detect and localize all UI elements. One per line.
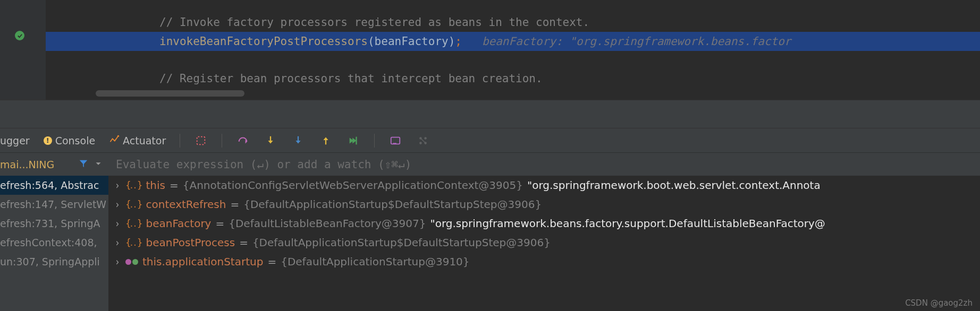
code-token: (: [368, 35, 375, 48]
filter-icon[interactable]: [79, 159, 88, 170]
equals-sign: =: [230, 198, 239, 211]
stack-frame[interactable]: efresh:731, SpringA: [0, 214, 108, 233]
stack-frame[interactable]: efresh:564, Abstrac: [0, 176, 108, 195]
variable-name: this.applicationStartup: [142, 255, 263, 268]
variable-tostring: "org.springframework.beans.factory.suppo…: [430, 217, 825, 230]
editor: // Invoke factory processors registered …: [0, 0, 980, 100]
svg-rect-1: [197, 136, 205, 144]
variable-row[interactable]: ›.. this = {AnnotationConfigServletWebSe…: [108, 176, 980, 195]
tab-debugger[interactable]: ugger: [0, 135, 30, 146]
stack-frame[interactable]: un:307, SpringAppli: [0, 252, 108, 271]
dropdown-icon[interactable]: [94, 159, 103, 170]
chevron-right-icon[interactable]: ›: [114, 198, 120, 211]
debug-toolbar: ugger ! Console Actuator: [0, 128, 980, 152]
variable-name: beanFactory: [146, 217, 211, 230]
panel-divider[interactable]: [0, 100, 980, 128]
tab-actuator[interactable]: Actuator: [109, 134, 166, 147]
stack-frame[interactable]: efreshContext:408,: [0, 233, 108, 252]
trace-current-stream-button[interactable]: [416, 134, 430, 148]
object-icon: ..: [125, 199, 141, 210]
variable-tostring: "org.springframework.boot.web.servlet.co…: [527, 179, 821, 192]
variable-name: beanPostProcess: [146, 236, 235, 249]
run-to-cursor-button[interactable]: [347, 134, 360, 148]
equals-sign: =: [215, 217, 224, 230]
code-token: ): [449, 35, 455, 48]
editor-gutter: [0, 0, 46, 100]
chevron-right-icon[interactable]: ›: [114, 236, 120, 249]
variables-panel[interactable]: ›.. this = {AnnotationConfigServletWebSe…: [108, 176, 980, 311]
actuator-icon: [109, 134, 120, 147]
step-over-button[interactable]: [236, 134, 250, 148]
code-line: // Invoke factory processors registered …: [46, 13, 980, 32]
current-execution-line: invokeBeanFactoryPostProcessors(beanFact…: [46, 32, 980, 51]
chevron-right-icon[interactable]: ›: [114, 179, 120, 192]
inline-hint: beanFactory: "org.springframework.beans.…: [482, 35, 791, 48]
frames-panel[interactable]: efresh:564, Abstracefresh:147, ServletWe…: [0, 176, 108, 311]
variable-row[interactable]: ›.. beanPostProcess = {DefaultApplicatio…: [108, 233, 980, 252]
object-icon: ..: [125, 237, 141, 248]
horizontal-scrollbar[interactable]: [96, 90, 244, 97]
thread-label: mai...NING: [0, 159, 54, 170]
object-icon: ..: [125, 218, 141, 229]
divider: [222, 134, 222, 148]
breakpoint-check-icon[interactable]: [15, 31, 24, 40]
svg-point-10: [419, 142, 422, 144]
watch-icon: [125, 259, 138, 265]
svg-point-0: [117, 135, 119, 136]
variable-type: {DefaultApplicationStartup$DefaultStartu…: [252, 236, 551, 249]
step-into-button[interactable]: [264, 134, 277, 148]
watermark: CSDN @gaog2zh: [905, 298, 973, 308]
chevron-right-icon[interactable]: ›: [114, 217, 120, 230]
chevron-right-icon[interactable]: ›: [114, 255, 120, 268]
code-line: // Register bean processors that interce…: [46, 69, 980, 88]
code-token: invokeBeanFactoryPostProcessors: [159, 35, 368, 48]
code-token: ;: [455, 35, 462, 48]
variable-type: {DefaultListableBeanFactory@3907}: [229, 217, 426, 230]
variable-type: {DefaultApplicationStartup$DefaultStartu…: [243, 198, 542, 211]
code-area[interactable]: // Invoke factory processors registered …: [46, 0, 980, 100]
thread-selector[interactable]: mai...NING: [0, 159, 108, 170]
show-execution-point-button[interactable]: [194, 134, 208, 148]
warning-icon: !: [44, 136, 52, 145]
variable-row[interactable]: › this.applicationStartup = {DefaultAppl…: [108, 252, 980, 271]
variable-row[interactable]: ›.. beanFactory = {DefaultListableBeanFa…: [108, 214, 980, 233]
stack-frame[interactable]: efresh:147, ServletW: [0, 195, 108, 214]
tab-label: Actuator: [123, 135, 166, 146]
evaluate-expression-input[interactable]: Evaluate expression (↵) or add a watch (…: [108, 158, 980, 171]
evaluate-expression-button[interactable]: [388, 134, 402, 148]
debug-panels: efresh:564, Abstracefresh:147, ServletWe…: [0, 176, 980, 311]
divider: [374, 134, 375, 148]
divider: [180, 134, 180, 148]
variable-name: contextRefresh: [146, 198, 226, 211]
tab-label: Console: [55, 135, 95, 146]
watch-row: mai...NING Evaluate expression (↵) or ad…: [0, 152, 980, 176]
tab-console[interactable]: ! Console: [44, 135, 95, 146]
force-step-into-button[interactable]: [291, 134, 305, 148]
step-out-button[interactable]: [319, 134, 333, 148]
equals-sign: =: [267, 255, 276, 268]
svg-point-9: [425, 137, 427, 140]
variable-name: this: [146, 179, 165, 192]
variable-type: {AnnotationConfigServletWebServerApplica…: [183, 179, 523, 192]
equals-sign: =: [239, 236, 248, 249]
code-token: beanFactory: [375, 35, 449, 48]
variable-row[interactable]: ›.. contextRefresh = {DefaultApplication…: [108, 195, 980, 214]
equals-sign: =: [170, 179, 179, 192]
object-icon: ..: [125, 180, 141, 191]
variable-type: {DefaultApplicationStartup@3910}: [281, 255, 469, 268]
